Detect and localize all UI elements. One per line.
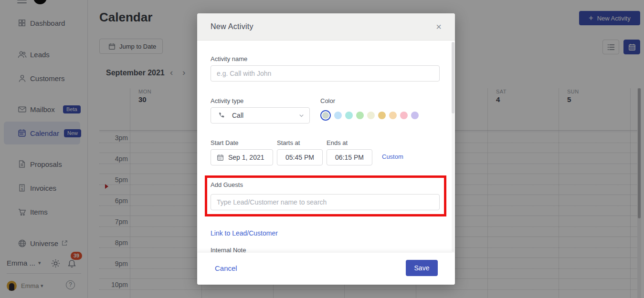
link-to-lead-customer-link[interactable]: Link to Lead/Customer — [211, 229, 278, 237]
save-button[interactable]: Save — [406, 260, 438, 276]
add-guests-input[interactable] — [211, 195, 439, 210]
starts-at-field[interactable]: 05:45 PM — [277, 149, 323, 165]
starts-at-label: Starts at — [277, 139, 300, 146]
ends-at-value: 06:15 PM — [327, 154, 372, 161]
new-activity-modal: New Activity × Activity name Activity ty… — [197, 13, 455, 285]
internal-note-label: Internal Note — [211, 247, 246, 253]
cancel-button[interactable]: Cancel — [215, 264, 237, 272]
activity-type-select[interactable]: Call — [211, 107, 310, 123]
modal-body: Activity name Activity type Call Color — [197, 41, 455, 253]
color-swatch[interactable] — [334, 112, 342, 119]
color-swatch[interactable] — [389, 112, 397, 119]
activity-name-label: Activity name — [211, 55, 247, 62]
phone-icon — [218, 112, 225, 119]
activity-name-field-wrap — [211, 65, 440, 82]
color-swatch[interactable] — [378, 112, 386, 119]
add-guests-label: Add Guests — [211, 181, 243, 188]
start-date-field[interactable]: Sep 1, 2021 — [211, 149, 273, 165]
starts-at-value: 05:45 PM — [277, 154, 322, 161]
start-date-label: Start Date — [211, 139, 239, 146]
color-swatch[interactable] — [400, 112, 408, 119]
ends-at-label: Ends at — [327, 139, 348, 146]
activity-name-input[interactable] — [211, 66, 439, 81]
add-guests-field-wrap — [211, 194, 440, 210]
modal-footer: Cancel Save — [197, 253, 455, 285]
modal-scrollbar[interactable] — [452, 42, 454, 252]
color-swatch[interactable] — [345, 112, 353, 119]
color-swatch-selected[interactable] — [320, 110, 331, 121]
modal-title: New Activity — [211, 22, 253, 31]
start-date-value: Sep 1, 2021 — [228, 154, 264, 161]
color-label: Color — [320, 97, 335, 104]
activity-type-label: Activity type — [211, 97, 243, 104]
color-swatch[interactable] — [367, 112, 375, 119]
calendar-small-icon — [217, 154, 224, 161]
close-icon[interactable]: × — [433, 21, 444, 33]
app-window: Dashboard Leads Customers Mailbox Beta — [0, 0, 644, 298]
color-swatch[interactable] — [356, 112, 364, 119]
chevron-down-icon — [298, 113, 305, 119]
color-swatch[interactable] — [411, 112, 419, 119]
activity-type-value: Call — [232, 112, 243, 119]
color-swatch-row — [320, 110, 419, 121]
modal-header: New Activity × — [197, 13, 455, 41]
ends-at-field[interactable]: 06:15 PM — [327, 149, 372, 165]
custom-time-link[interactable]: Custom — [382, 153, 403, 160]
